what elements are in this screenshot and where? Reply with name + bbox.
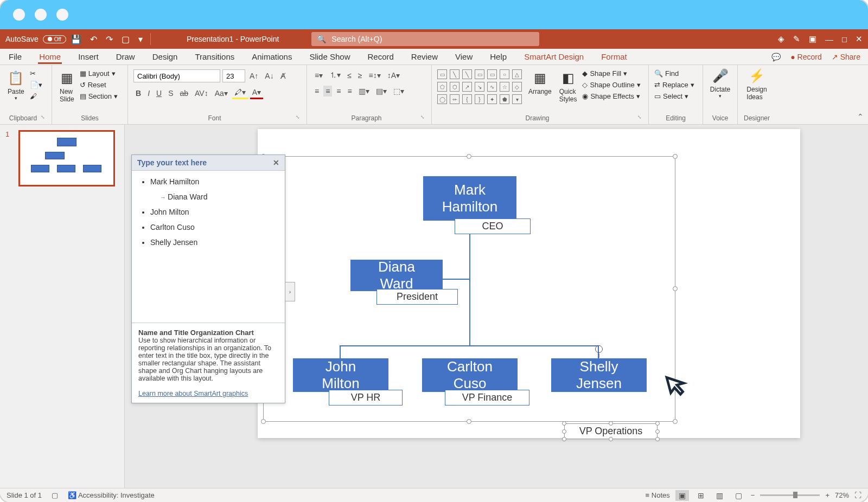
numbering-button[interactable]: ⒈▾ (327, 69, 343, 81)
format-painter-icon[interactable]: 🖌 (30, 92, 42, 100)
tab-record[interactable]: Record (366, 50, 394, 63)
find-button[interactable]: 🔍 Find (654, 69, 697, 78)
shape-effects-button[interactable]: ◉ Shape Effects ▾ (582, 92, 640, 100)
reading-view-icon[interactable]: ▥ (713, 490, 726, 501)
resize-handle[interactable] (562, 421, 566, 426)
list-item[interactable]: Shelly Jensen (150, 238, 277, 247)
shape-outline-button[interactable]: ◇ Shape Outline ▾ (582, 81, 640, 89)
line-spacing-button[interactable]: ≡↕▾ (367, 70, 383, 81)
bold-button[interactable]: B (133, 88, 143, 99)
close-icon[interactable]: ✕ (856, 34, 863, 44)
tab-file[interactable]: File (8, 50, 23, 63)
resize-handle[interactable] (673, 286, 678, 291)
resize-handle[interactable] (609, 421, 613, 426)
pen-icon[interactable]: ✎ (793, 34, 800, 44)
traffic-max[interactable] (56, 9, 68, 21)
org-node-vp-operations[interactable]: ShellyJensen VP Operations (551, 358, 647, 408)
slide-thumbnail-1[interactable] (18, 130, 115, 186)
comments-icon[interactable]: 💬 (771, 53, 781, 61)
strikethrough-button[interactable]: ab (177, 88, 190, 99)
close-icon[interactable]: ✕ (273, 158, 279, 167)
cut-icon[interactable]: ✂ (30, 69, 42, 78)
resize-handle[interactable] (261, 419, 266, 424)
rotate-handle-icon[interactable] (595, 345, 603, 353)
align-right-button[interactable]: ≡ (334, 86, 343, 96)
bullets-button[interactable]: ≡▾ (312, 70, 325, 81)
font-color-button[interactable]: A▾ (250, 87, 263, 99)
shapes-gallery[interactable]: ▭╲╲▭▭○△ ⬠⬡↗↘∿☆◇ ◯⬰{}✦⬟▾ (437, 69, 523, 105)
org-node-president[interactable]: Diana Ward President (350, 260, 443, 291)
collapse-ribbon-icon[interactable]: ⌃ (857, 112, 864, 121)
tab-transitions[interactable]: Transitions (194, 50, 235, 63)
slideshow-icon[interactable]: ▢ (117, 34, 134, 44)
org-node-vp-hr[interactable]: JohnMilton VP HR (293, 358, 388, 392)
tab-smartart-design[interactable]: SmartArt Design (523, 50, 585, 63)
search-box[interactable]: 🔍 Search (Alt+Q) (311, 32, 539, 46)
tab-design[interactable]: Design (151, 50, 179, 63)
change-case-button[interactable]: Aa▾ (213, 88, 230, 99)
normal-view-icon[interactable]: ▣ (675, 490, 689, 501)
text-direction-button[interactable]: ↕A▾ (385, 70, 402, 81)
zoom-out-icon[interactable]: − (751, 491, 755, 499)
accessibility-status[interactable]: ♿ Accessibility: Investigate (68, 491, 155, 499)
shadow-button[interactable]: S (166, 88, 175, 99)
tab-insert[interactable]: Insert (77, 50, 100, 63)
list-item[interactable]: Carlton Cuso (150, 223, 277, 231)
increase-indent-button[interactable]: ≥ (356, 70, 365, 81)
resize-handle[interactable] (673, 419, 678, 424)
zoom-level[interactable]: 72% (835, 491, 849, 499)
resize-handle[interactable] (467, 154, 471, 159)
quick-styles-button[interactable]: ◧Quick Styles (557, 69, 579, 104)
resize-handle[interactable] (609, 437, 613, 441)
traffic-close[interactable] (13, 9, 25, 21)
resize-handle[interactable] (562, 429, 566, 434)
underline-button[interactable]: U (154, 88, 164, 99)
slide-canvas[interactable]: MarkHamilton CEO Diana Ward President (258, 129, 800, 438)
highlight-button[interactable]: 🖍▾ (232, 87, 248, 99)
redo-icon[interactable]: ↷ (101, 34, 117, 44)
resize-handle[interactable] (467, 419, 471, 424)
tab-slideshow[interactable]: Slide Show (308, 50, 351, 63)
decrease-indent-button[interactable]: ≤ (345, 70, 354, 81)
learn-more-link[interactable]: Learn more about SmartArt graphics (138, 390, 248, 397)
slide-sorter-icon[interactable]: ⊞ (694, 490, 707, 501)
italic-button[interactable]: I (145, 88, 152, 99)
resize-handle[interactable] (655, 421, 660, 426)
org-title[interactable]: CEO (455, 218, 531, 234)
justify-button[interactable]: ≡ (346, 86, 354, 96)
zoom-slider[interactable] (760, 494, 820, 496)
convert-smartart-button[interactable]: ⬚▾ (391, 86, 406, 96)
notes-button[interactable]: ≡ Notes (646, 491, 670, 499)
align-center-button[interactable]: ≡ (323, 86, 332, 96)
tab-animations[interactable]: Animations (251, 50, 293, 63)
org-node-ceo[interactable]: MarkHamilton CEO (423, 176, 516, 221)
slideshow-view-icon[interactable]: ▢ (732, 490, 745, 501)
tab-help[interactable]: Help (489, 50, 508, 63)
autosave-toggle[interactable]: Off (43, 35, 66, 43)
increase-font-icon[interactable]: A↑ (247, 70, 260, 81)
tab-format[interactable]: Format (600, 50, 628, 63)
language-icon[interactable]: ▢ (52, 491, 58, 499)
align-left-button[interactable]: ≡ (312, 86, 321, 96)
org-node-vp-finance[interactable]: CarltonCuso VP Finance (422, 358, 518, 392)
org-title[interactable]: President (376, 289, 458, 305)
font-family-select[interactable] (133, 69, 220, 82)
save-icon[interactable]: 💾 (66, 34, 86, 44)
tab-review[interactable]: Review (410, 50, 439, 63)
shape-fill-button[interactable]: ◆ Shape Fill ▾ (582, 69, 640, 78)
minimize-icon[interactable]: — (825, 35, 833, 44)
tab-home[interactable]: Home (38, 50, 62, 64)
clear-format-icon[interactable]: A̸ (278, 70, 288, 81)
resize-handle[interactable] (562, 437, 566, 441)
undo-icon[interactable]: ↶ (86, 34, 101, 44)
replace-button[interactable]: ⇄ Replace ▾ (654, 81, 697, 89)
smartart-selection[interactable]: MarkHamilton CEO Diana Ward President (263, 156, 675, 422)
customize-qa-icon[interactable]: ▾ (134, 34, 147, 44)
org-title[interactable]: VP Operations (564, 423, 658, 439)
select-button[interactable]: ▭ Select ▾ (654, 92, 697, 100)
paste-button[interactable]: 📋Paste▾ (5, 69, 27, 102)
resize-handle[interactable] (655, 429, 660, 434)
tab-view[interactable]: View (454, 50, 474, 63)
share-button[interactable]: ↗ Share (832, 53, 860, 61)
design-ideas-button[interactable]: ⚡Design Ideas (743, 67, 770, 102)
